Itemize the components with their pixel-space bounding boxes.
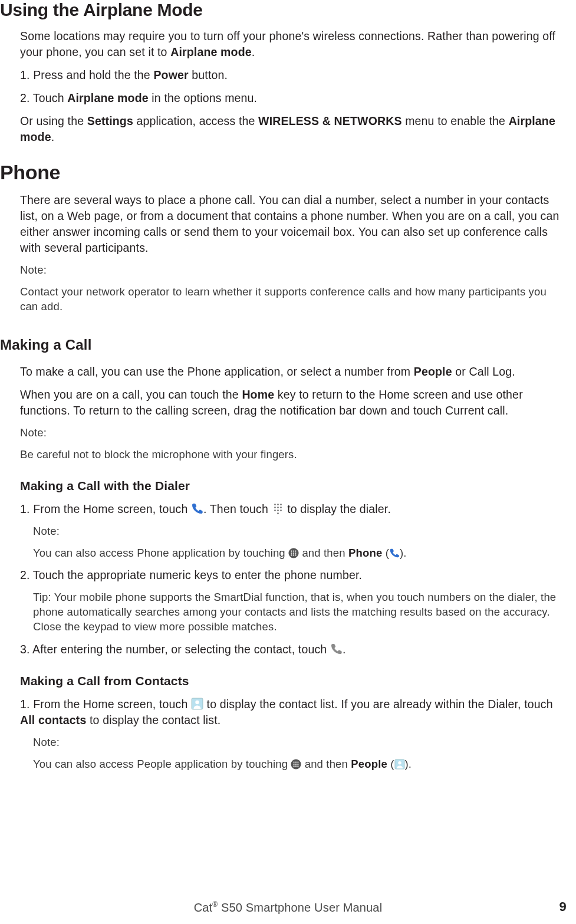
text: To make a call, you can use the Phone ap… [20, 365, 414, 378]
text: 1. Press and hold the the [20, 68, 153, 81]
bold-all-contacts: All contacts [20, 713, 86, 726]
text: ( [387, 758, 394, 770]
note-body: You can also access Phone application by… [33, 546, 564, 561]
bold-people: People [414, 365, 452, 378]
making-call-p2: When you are on a call, you can touch th… [20, 387, 564, 419]
text: 2. Touch [20, 91, 67, 104]
phone-icon [389, 548, 400, 558]
text: 1. From the Home screen, touch [20, 698, 191, 711]
tip-body: Tip: Your mobile phone supports the Smar… [33, 590, 564, 634]
text: . [343, 643, 346, 656]
phone-gray-icon [330, 643, 343, 655]
text: Cat [194, 901, 213, 914]
note-label: Note: [33, 735, 564, 750]
note-body: Be careful not to block the microphone w… [20, 448, 564, 462]
bold-phone: Phone [348, 547, 382, 559]
contacts-icon [191, 698, 203, 710]
page-number: 9 [559, 899, 567, 915]
text: When you are on a call, you can touch th… [20, 388, 242, 401]
text: application, access the [133, 114, 258, 127]
text: button. [189, 68, 228, 81]
airplane-alternative: Or using the Settings application, acces… [20, 113, 564, 145]
phone-icon [191, 502, 203, 515]
bold-wireless-networks: WIRELESS & NETWORKS [258, 114, 402, 127]
text: You can also access Phone application by… [33, 547, 288, 559]
text: . [252, 45, 255, 58]
registered-mark: ® [212, 900, 218, 909]
text: ( [382, 547, 389, 559]
airplane-step-1: 1. Press and hold the the Power button. [20, 67, 564, 83]
contacts-step-1: 1. From the Home screen, touch to displa… [20, 696, 564, 728]
apps-icon [291, 759, 301, 770]
bold-power: Power [153, 68, 188, 81]
airplane-step-2: 2. Touch Airplane mode in the options me… [20, 90, 564, 106]
text: to display the dialer. [284, 502, 391, 515]
note-body: Contact your network operator to learn w… [20, 285, 564, 314]
dialer-step-1: 1. From the Home screen, touch . Then to… [20, 501, 564, 517]
text: Some locations may require you to turn o… [20, 29, 555, 58]
contacts-icon [394, 759, 405, 770]
text: to display the contact list. [86, 713, 220, 726]
heading-call-from-contacts: Making a Call from Contacts [20, 674, 564, 688]
apps-icon [288, 548, 299, 558]
text: You can also access People application b… [33, 758, 291, 770]
making-call-p1: To make a call, you can use the Phone ap… [20, 364, 564, 380]
text: ). [405, 758, 412, 770]
text: or Call Log. [452, 365, 515, 378]
heading-phone: Phone [0, 161, 564, 184]
bold-home: Home [242, 388, 274, 401]
text: menu to enable the [402, 114, 509, 127]
text: ). [400, 547, 407, 559]
heading-call-with-dialer: Making a Call with the Dialer [20, 479, 564, 493]
note-label: Note: [33, 524, 564, 539]
note-body: You can also access People application b… [33, 757, 564, 772]
text: . Then touch [203, 502, 272, 515]
bold-airplane-mode: Airplane mode [67, 91, 149, 104]
text: 1. From the Home screen, touch [20, 502, 191, 515]
note-label: Note: [20, 263, 564, 278]
bold-settings: Settings [87, 114, 133, 127]
note-label: Note: [20, 426, 564, 440]
dialer-step-2: 2. Touch the appropriate numeric keys to… [20, 567, 564, 583]
text: in the options menu. [149, 91, 257, 104]
text: and then [299, 547, 348, 559]
text: . [51, 130, 55, 143]
text: to display the contact list. If you are … [203, 698, 553, 711]
heading-airplane-mode: Using the Airplane Mode [0, 0, 564, 20]
airplane-intro: Some locations may require you to turn o… [20, 28, 564, 60]
bold-airplane-mode: Airplane mode [170, 45, 252, 58]
phone-intro: There are several ways to place a phone … [20, 192, 564, 256]
dialer-step-3: 3. After entering the number, or selecti… [20, 642, 564, 657]
text: S50 Smartphone User Manual [218, 901, 382, 914]
text: 3. After entering the number, or selecti… [20, 643, 330, 656]
heading-making-a-call: Making a Call [0, 337, 564, 353]
dialpad-icon [272, 502, 284, 515]
bold-people: People [351, 758, 387, 770]
text: Or using the [20, 114, 87, 127]
text: and then [301, 758, 351, 770]
footer-title: Cat® S50 Smartphone User Manual [0, 900, 576, 915]
